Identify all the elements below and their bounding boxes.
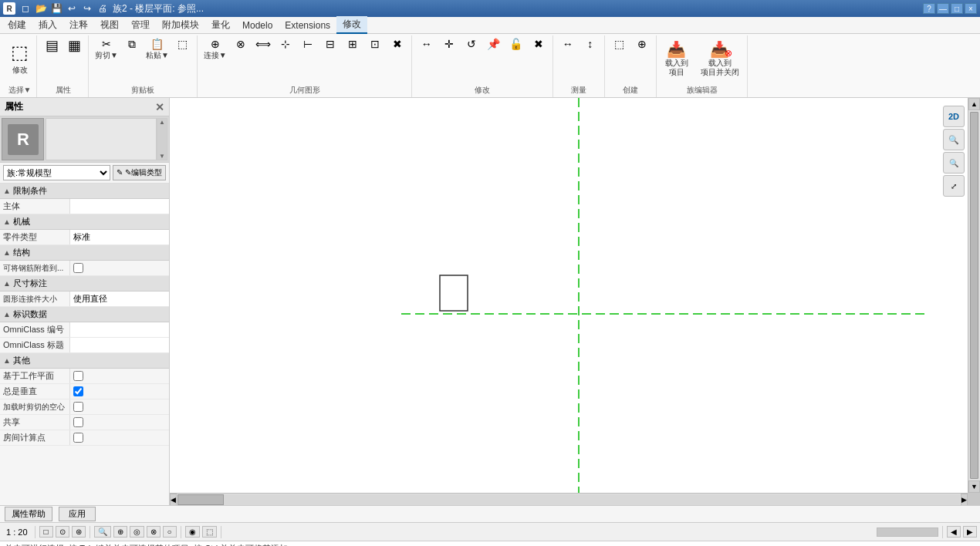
help-btn[interactable]: ? <box>923 3 935 14</box>
paste-btn[interactable]: 📋粘贴▼ <box>144 37 171 62</box>
array-btn[interactable]: ⊞ <box>342 37 363 51</box>
geometry-btn2[interactable]: ⊗ <box>230 37 252 51</box>
minimize-btn[interactable]: — <box>937 3 949 14</box>
always-vertical-checkbox[interactable] <box>73 386 83 396</box>
view-2d-btn[interactable]: 2D <box>943 106 965 127</box>
section-identity[interactable]: ▲ 标识数据 <box>0 307 169 322</box>
zoom-out-btn[interactable]: 🔍 <box>943 152 965 174</box>
properties-close-btn[interactable]: ✕ <box>155 101 164 113</box>
menu-quantity[interactable]: 量化 <box>205 17 236 33</box>
shared-checkbox[interactable] <box>73 417 83 427</box>
prop-value-omni-title[interactable] <box>69 338 169 352</box>
load-to-project-btn[interactable]: 📥 载入到项目 <box>661 37 693 80</box>
prop-value-rebar[interactable] <box>69 261 169 275</box>
view-fit-btn[interactable]: ⤢ <box>943 175 965 197</box>
nav-prev-btn[interactable]: ◀ <box>947 526 961 538</box>
view-mode-btn2[interactable]: ⊙ <box>56 526 69 538</box>
canvas-area[interactable]: 2D 🔍 🔍 ⤢ ▲ ▼ ◀ ▶ <box>170 98 980 505</box>
prop-preview-scrollbar[interactable]: ▲ ▼ <box>157 118 167 160</box>
prop-value-host[interactable] <box>69 199 169 214</box>
vertical-scrollbar[interactable]: ▲ ▼ <box>968 98 980 493</box>
save-btn[interactable]: 💾 <box>49 2 63 15</box>
connect-btn[interactable]: ⊕连接▼ <box>201 37 229 62</box>
prop-value-workplane[interactable] <box>69 369 169 383</box>
view-mode-btn5[interactable]: ⊕ <box>113 526 127 538</box>
prop-value-omni-num[interactable] <box>69 322 169 337</box>
menu-view[interactable]: 视图 <box>94 17 125 33</box>
new-btn[interactable]: ◻ <box>19 2 32 15</box>
prop-help-btn[interactable]: 属性帮助 <box>5 507 52 521</box>
menu-modelo[interactable]: Modelo <box>236 19 279 32</box>
align-btn[interactable]: ⟺ <box>252 37 274 51</box>
menu-insert[interactable]: 插入 <box>32 17 63 33</box>
undo-btn[interactable]: ↩ <box>65 2 79 15</box>
section-mechanical[interactable]: ▲ 机械 <box>0 214 169 230</box>
scroll-left-btn[interactable]: ◀ <box>170 494 177 506</box>
horizontal-scrollbar[interactable]: ◀ ▶ <box>170 493 968 505</box>
view-mode-btn1[interactable]: □ <box>39 526 53 538</box>
element-rect[interactable] <box>440 275 468 311</box>
edit-type-btn[interactable]: ✎ ✎编辑类型 <box>113 165 166 180</box>
rebar-checkbox[interactable] <box>73 263 83 273</box>
move-btn[interactable]: ✛ <box>438 37 460 51</box>
scroll-up-btn[interactable]: ▲ <box>968 98 980 110</box>
view-mode-btn7[interactable]: ⊗ <box>147 526 161 538</box>
menu-annotation[interactable]: 注释 <box>63 17 94 33</box>
scroll-track-h[interactable] <box>177 494 960 505</box>
menu-addins[interactable]: 附加模块 <box>156 17 205 33</box>
redo-btn[interactable]: ↪ <box>80 2 94 15</box>
prop-apply-btn[interactable]: 应用 <box>59 507 96 521</box>
scroll-thumb-v[interactable] <box>970 112 978 479</box>
prop-value-always-vertical[interactable] <box>69 384 169 399</box>
type-selector[interactable]: 族:常规模型 <box>3 165 110 180</box>
prop-value-connector[interactable]: 使用直径 <box>69 292 169 306</box>
pin-btn[interactable]: 📌 <box>483 37 505 51</box>
load-close-btn[interactable]: 📥⊗ 载入到项目并关闭 <box>696 37 744 80</box>
properties-btn1[interactable]: ▤ <box>41 37 63 54</box>
menu-extensions[interactable]: Extensions <box>279 19 336 32</box>
view-mode-btn4[interactable]: 🔍 <box>94 526 111 538</box>
trim-btn[interactable]: ⊢ <box>297 37 319 51</box>
del-btn[interactable]: ✖ <box>528 37 549 51</box>
view-mode-btn3[interactable]: ⊛ <box>72 526 86 538</box>
prop-value-shared[interactable] <box>69 415 169 430</box>
modify-btn[interactable]: ⬚ 修改 <box>6 37 33 80</box>
scroll-thumb-h[interactable] <box>177 494 224 505</box>
maximize-btn[interactable]: □ <box>951 3 963 14</box>
room-calc-checkbox[interactable] <box>73 433 83 443</box>
scroll-right-btn[interactable]: ▶ <box>961 494 968 506</box>
unlock-btn[interactable]: 🔓 <box>505 37 527 51</box>
create-btn2[interactable]: ⊕ <box>631 37 653 51</box>
measure-btn2[interactable]: ↕ <box>580 37 601 51</box>
menu-modify[interactable]: 修改 <box>336 16 367 34</box>
rotate-btn[interactable]: ↺ <box>461 37 482 51</box>
zoom-in-btn[interactable]: 🔍 <box>943 129 965 150</box>
view-mode-btn8[interactable]: ○ <box>163 526 177 538</box>
scroll-down-btn[interactable]: ▼ <box>968 480 980 493</box>
offset-btn[interactable]: ⊟ <box>319 37 341 51</box>
prop-value-cut-void[interactable] <box>69 399 169 414</box>
mirror-btn[interactable]: ↔ <box>416 37 438 51</box>
cut-btn[interactable]: ✂剪切▼ <box>93 37 120 62</box>
section-structure[interactable]: ▲ 结构 <box>0 245 169 261</box>
close-btn[interactable]: × <box>965 3 977 14</box>
section-dimensions[interactable]: ▲ 尺寸标注 <box>0 276 169 292</box>
menu-create[interactable]: 创建 <box>2 17 32 33</box>
part-type-input[interactable] <box>73 233 166 242</box>
copy-btn[interactable]: ⧉ <box>121 37 143 51</box>
prop-value-room-calc[interactable] <box>69 430 169 445</box>
section-constraints[interactable]: ▲ 限制条件 <box>0 184 169 199</box>
nav-next-btn[interactable]: ▶ <box>963 526 977 538</box>
view-mode-btn6[interactable]: ◎ <box>130 526 144 538</box>
detail-level-btn[interactable]: ◉ <box>185 526 200 538</box>
delete-btn[interactable]: ✖ <box>387 37 408 51</box>
create-btn1[interactable]: ⬚ <box>609 37 630 51</box>
measure-btn1[interactable]: ↔ <box>557 37 579 51</box>
scale-btn[interactable]: ⊡ <box>364 37 386 51</box>
workplane-checkbox[interactable] <box>73 371 83 381</box>
print-btn[interactable]: 🖨 <box>96 2 110 15</box>
cut-void-checkbox[interactable] <box>73 402 83 412</box>
menu-manage[interactable]: 管理 <box>125 17 156 33</box>
section-other[interactable]: ▲ 其他 <box>0 353 169 369</box>
visual-style-btn[interactable]: ⬚ <box>202 526 217 538</box>
